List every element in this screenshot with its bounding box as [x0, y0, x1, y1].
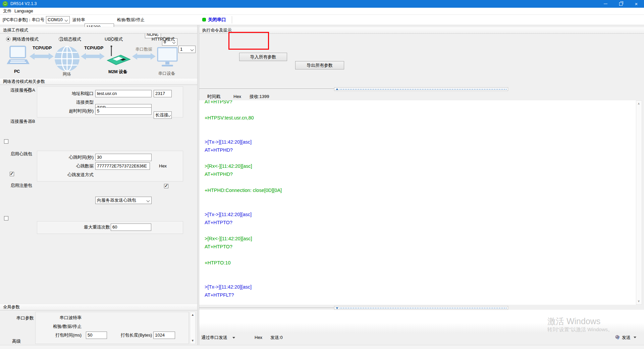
chevron-down-icon[interactable] [232, 337, 235, 339]
node-label: 串口设备 [158, 71, 175, 77]
pack-len-label: 打包长度(Bytes) [116, 332, 152, 339]
hb-hex-label: Hex [159, 162, 167, 170]
activate-windows-watermark-sub: 转到“设置”以激活 Windows。 [547, 327, 613, 333]
hb-data-input[interactable]: 7777772E7573722E636E [95, 162, 150, 170]
serial-device-icon [158, 48, 177, 66]
reconnect-input[interactable]: 60 [111, 223, 151, 231]
heartbeat-checkbox[interactable] [10, 172, 14, 176]
register-checkbox[interactable] [4, 216, 8, 220]
conn-mode-select[interactable]: 长连接 [154, 111, 172, 119]
log-scrollbar[interactable]: ∧ ∨ [636, 100, 642, 305]
radio-net-transparent-mode[interactable] [6, 37, 10, 41]
log-line [205, 194, 633, 202]
log-line: +HTPHD:Connection: close[0D][0A] [205, 186, 633, 194]
close-serial-button[interactable]: 关闭串口 [208, 16, 226, 23]
node-label: 网络 [63, 71, 71, 77]
log-line [205, 227, 633, 235]
log-line [205, 251, 633, 259]
maximize-button[interactable] [613, 0, 629, 8]
send-button[interactable]: 发送 [622, 334, 631, 341]
import-params-button[interactable]: 导入所有参数 [239, 53, 287, 61]
conn-type-label: 连接类型 [40, 99, 94, 106]
log-line: +HTPSV:test.usr.cn,80 [205, 114, 633, 122]
log-line: +HTPTO:10 [205, 259, 633, 267]
work-mode-label[interactable]: 云组态模式 [59, 36, 81, 43]
log-line: AT+HTPSV? [205, 100, 633, 106]
reconnect-label: 最大重连次数 [56, 223, 110, 231]
scroll-up-icon[interactable]: ∧ [638, 102, 641, 105]
app-icon [2, 1, 8, 7]
send-via-serial-button[interactable]: 通过串口发送 [201, 334, 227, 341]
heartbeat-label: 启用心跳包 [10, 150, 32, 158]
scroll-down-icon[interactable]: ▼ [191, 339, 194, 342]
work-mode-label[interactable]: 网络透传模式 [12, 36, 39, 43]
hb-hex-checkbox[interactable] [164, 184, 168, 188]
splitter-groove-top [199, 89, 334, 90]
log-line: AT+HTPTO? [205, 218, 633, 227]
chevron-down-icon[interactable] [634, 337, 636, 338]
log-line [205, 130, 633, 138]
work-mode-label[interactable]: HTTPD模式 [152, 36, 175, 43]
recv-count: 接收:1399 [250, 93, 269, 100]
menu-item-file[interactable]: 文件 [3, 8, 11, 15]
menu-item-language[interactable]: Language [14, 8, 33, 15]
toolbar-divider [232, 16, 232, 23]
com-port-select[interactable]: COM10 [46, 16, 70, 23]
send-sound-icon [615, 335, 621, 340]
splitter-groove-bottom [199, 308, 334, 309]
hb-time-input[interactable]: 30 [95, 154, 152, 161]
server-b-label: 连接服务器B [10, 118, 35, 125]
arrow-icon [132, 53, 156, 60]
server-a-address-input[interactable]: test.usr.cn [95, 90, 152, 97]
log-line [205, 122, 633, 130]
expand-down-icon [336, 307, 338, 309]
minimize-button[interactable] [598, 0, 613, 8]
log-line [205, 178, 633, 186]
link-label: TCP/UDP [33, 45, 52, 50]
activate-windows-watermark: 激活 Windows [547, 316, 600, 327]
export-params-button[interactable]: 导出所有参数 [295, 61, 344, 69]
pack-time-input[interactable]: 50 [86, 332, 107, 339]
log-line [205, 202, 633, 210]
close-button[interactable]: × [629, 0, 644, 8]
global-params-header: 全局参数 [0, 304, 197, 310]
g-baud-label: 串口波特率 [41, 314, 82, 321]
timestamp-label: 时间戳 [207, 93, 220, 100]
log-line: >[Rx<-][11:42:20][asc] [205, 162, 633, 170]
node-label: PC [14, 69, 20, 74]
red-highlight-annotation [228, 32, 269, 50]
parity-label: 检验/数据/停止 [117, 16, 145, 23]
scroll-up-icon[interactable]: ▲ [191, 313, 194, 316]
log-area[interactable]: AT+HTPSV?+HTPSV:test.usr.cn,80>[Tx->][11… [199, 100, 636, 305]
expand-up-icon [336, 88, 338, 90]
work-mode-header: 选择工作模式 [0, 27, 197, 34]
scroll-down-icon[interactable]: ∨ [638, 300, 641, 303]
log-hex-label: Hex [233, 93, 241, 100]
log-line [205, 275, 633, 283]
toolbar: [PC串口参数]：串口号 COM10 波特率 115200 检验/数据/停止 N… [0, 15, 644, 25]
log-line: AT+HTPHD? [205, 170, 633, 178]
link-label: 串口数据 [136, 47, 152, 52]
log-line: >[Rx<-][11:42:20][asc] [205, 235, 633, 243]
work-mode-label[interactable]: UDC模式 [105, 36, 123, 43]
log-line: >[Tx->][11:42:20][asc] [205, 283, 633, 291]
send-hex-label: Hex [255, 334, 262, 341]
splitter-handle-top[interactable] [334, 87, 508, 91]
splitter-handle-bottom[interactable] [334, 306, 508, 310]
server-b-checkbox[interactable] [4, 139, 8, 144]
network-globe-icon [55, 46, 79, 71]
log-line [205, 267, 633, 275]
log-line [205, 106, 633, 114]
pack-len-input[interactable]: 1024 [153, 332, 175, 339]
log-line: >[Tx->][11:42:20][asc] [205, 138, 633, 146]
g-parity-label: 检验/数据/停止 [41, 323, 82, 330]
app-window: DR514 V2.1.3 × 文件 Language [PC串口参数]：串口号 … [0, 0, 644, 349]
hb-mode-select[interactable]: 向服务器发送心跳包 [95, 197, 152, 204]
global-scrollbar[interactable]: ▲ ▼ [190, 312, 196, 344]
server-a-port-input[interactable]: 2317 [154, 90, 172, 97]
mode-diagram: TCP/UDP TCP/UDP 串口数据 PC 网络 M2M 设备 串口设备 [0, 45, 197, 77]
timeout-input[interactable]: 5 [95, 107, 152, 115]
arrow-icon [81, 53, 105, 60]
hb-data-label: 心跳数据 [40, 162, 94, 170]
sent-count: 发送:0 [270, 334, 283, 341]
